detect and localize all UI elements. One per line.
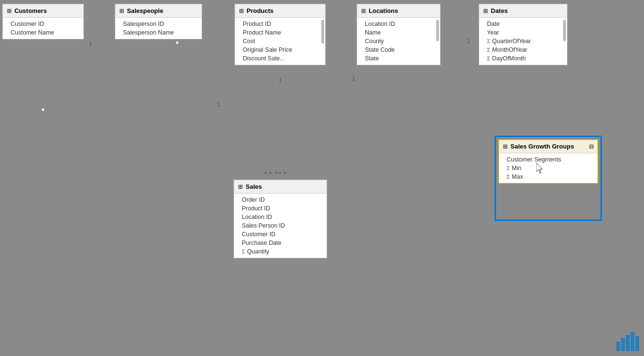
list-item: Σ MonthOfYear [479,46,561,54]
products-table-header: ⊞ Products [235,4,325,18]
sales-table: ⊞ Sales Order ID Product ID Location ID … [234,180,327,258]
locations-table-title: Locations [369,7,398,14]
svg-text:1: 1 [89,40,92,47]
svg-text:1: 1 [352,75,355,82]
table-icon: ⊞ [238,184,243,190]
customers-table-title: Customers [14,7,47,14]
list-item: Location ID [234,213,327,221]
list-item: Product Name [235,28,319,37]
list-item: State Code [357,46,434,54]
svg-rect-29 [621,338,625,351]
customers-table-body: Customer ID Customer Name [3,18,83,39]
locations-table-header: ⊞ Locations [357,4,440,18]
svg-text:*: * [269,170,272,178]
svg-text:1: 1 [467,38,470,45]
table-icon: ⊞ [483,8,488,14]
list-item: Σ Quantity [234,247,327,256]
list-item: Salesperson ID [115,20,202,28]
sales-growth-groups-table-header: ⊞ Sales Growth Groups ⊟ [499,140,598,153]
dates-table-header: ⊞ Dates [479,4,567,18]
svg-rect-30 [626,335,630,351]
sales-table-title: Sales [246,183,262,190]
table-icon: ⊞ [361,8,366,14]
dates-table: ⊞ Dates Date Year Σ QuarterOfYear Σ Mont… [479,4,567,65]
svg-text:*: * [283,170,286,178]
svg-rect-28 [616,342,620,351]
list-item: Sales Person ID [234,221,327,230]
svg-rect-32 [635,336,639,351]
salespeople-table: ⊞ Salespeople Salesperson ID Salesperson… [115,4,202,39]
collapse-icon[interactable]: ⊟ [589,143,594,150]
list-item: Order ID [234,195,327,204]
list-item: Customer Segments [499,155,598,164]
locations-table: ⊞ Locations Location ID Name County Stat… [357,4,441,65]
svg-rect-3 [41,108,45,112]
table-icon: ⊞ [239,8,244,14]
list-item: Σ QuarterOfYear [479,37,561,46]
list-item: Cost [235,37,319,46]
salespeople-table-title: Salespeople [127,7,163,14]
sales-growth-groups-table[interactable]: ⊞ Sales Growth Groups ⊟ Customer Segment… [498,139,599,184]
list-item: Name [357,28,434,37]
products-table-title: Products [247,7,273,14]
list-item: Σ Max [499,172,598,181]
list-item: Date [479,20,561,28]
products-table: ⊞ Products Product ID Product Name Cost … [235,4,326,65]
svg-text:1: 1 [217,101,220,108]
list-item: Purchase Date [234,239,327,247]
table-icon: ⊞ [7,8,11,14]
svg-rect-9 [175,41,179,45]
dates-table-title: Dates [491,7,508,14]
list-item: Σ Min [499,164,598,172]
svg-rect-31 [631,332,634,351]
svg-text:1: 1 [279,77,282,84]
svg-text:*: * [279,170,282,178]
salespeople-table-header: ⊞ Salespeople [115,4,202,18]
list-item: Customer ID [3,20,83,28]
salespeople-table-body: Salesperson ID Salesperson Name [115,18,202,39]
list-item: Salesperson Name [115,28,202,37]
table-icon: ⊞ [119,8,124,14]
list-item: Location ID [357,20,434,28]
list-item: Discount Sale... [235,54,319,63]
list-item: Original Sale Price [235,46,319,54]
list-item: Year [479,28,561,37]
list-item: State [357,54,434,63]
svg-text:*: * [275,170,278,178]
svg-text:*: * [264,170,267,178]
list-item: Σ DayOfMonth [479,54,561,63]
products-table-body: Product ID Product Name Cost Original Sa… [235,18,325,65]
customers-table-header: ⊞ Customers [3,4,83,18]
list-item: County [357,37,434,46]
table-icon: ⊞ [503,143,508,150]
list-item: Customer Name [3,28,83,37]
list-item: Product ID [234,204,327,213]
watermark [616,332,640,352]
dates-table-body: Date Year Σ QuarterOfYear Σ MonthOfYear … [479,18,567,65]
sales-growth-groups-table-body: Customer Segments Σ Min Σ Max [499,153,598,183]
sales-growth-groups-title: Sales Growth Groups [510,143,574,150]
sales-table-header: ⊞ Sales [234,180,327,194]
customers-table: ⊞ Customers Customer ID Customer Name [2,4,84,39]
list-item: Product ID [235,20,319,28]
sales-table-body: Order ID Product ID Location ID Sales Pe… [234,194,327,258]
locations-table-body: Location ID Name County State Code State [357,18,440,65]
list-item: Customer ID [234,230,327,239]
